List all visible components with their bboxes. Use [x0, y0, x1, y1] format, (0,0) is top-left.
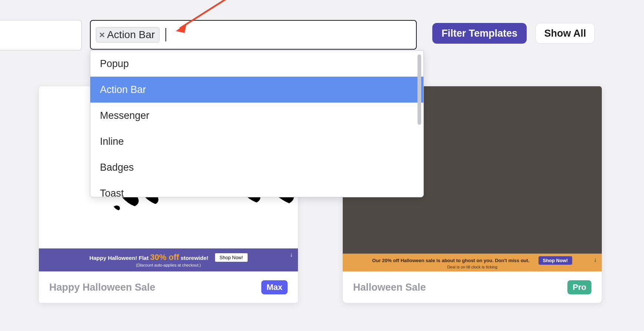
card-footer: Halloween Sale Pro	[343, 271, 602, 303]
banner-discount: 30% off	[150, 253, 179, 262]
scrollbar[interactable]	[417, 54, 421, 125]
promo-banner: Happy Halloween! Flat 30% off storewide!…	[39, 248, 298, 271]
dropdown-option-popup[interactable]: Popup	[90, 51, 423, 77]
promo-banner: Our 20% off Halloween sale is about to g…	[343, 254, 602, 271]
type-dropdown[interactable]: Popup Action Bar Messenger Inline Badges…	[90, 50, 424, 197]
banner-text: Our 20% off Halloween sale is about to g…	[372, 258, 530, 263]
dropdown-option-action-bar[interactable]: Action Bar	[90, 77, 423, 103]
shop-now-button[interactable]: Shop Now!	[215, 253, 248, 262]
dropdown-option-inline[interactable]: Inline	[90, 128, 423, 154]
dropdown-option-toast[interactable]: Toast	[90, 180, 423, 197]
dropdown-option-badges[interactable]: Badges	[90, 154, 423, 180]
collapse-icon[interactable]: ↓	[290, 251, 293, 258]
card-footer: Happy Halloween Sale Max	[39, 271, 298, 303]
prev-filter-input[interactable]	[0, 20, 82, 50]
text-cursor	[165, 28, 166, 41]
close-icon[interactable]: ×	[99, 30, 105, 40]
button-label: Filter Templates	[442, 28, 517, 39]
chip-label: Action Bar	[107, 29, 155, 41]
banner-text: Happy Halloween! Flat	[89, 255, 148, 261]
banner-text: storewide!	[181, 255, 208, 261]
plan-badge: Max	[261, 280, 288, 294]
banner-subtext: (Discount auto-applies at checkout.)	[136, 263, 201, 267]
collapse-icon[interactable]: ↓	[594, 257, 597, 263]
plan-badge: Pro	[567, 280, 591, 294]
template-type-select[interactable]: × Action Bar	[90, 20, 417, 50]
show-all-button[interactable]: Show All	[536, 23, 595, 44]
dropdown-option-messenger[interactable]: Messenger	[90, 103, 423, 128]
selected-chip[interactable]: × Action Bar	[96, 27, 160, 43]
template-title: Happy Halloween Sale	[49, 282, 155, 293]
shop-now-button[interactable]: Shop Now!	[539, 256, 573, 265]
filter-templates-button[interactable]: Filter Templates	[432, 23, 527, 44]
banner-subtext: Deal is on till clock is ticking	[447, 265, 497, 269]
button-label: Show All	[544, 28, 586, 39]
template-title: Halloween Sale	[353, 282, 426, 293]
